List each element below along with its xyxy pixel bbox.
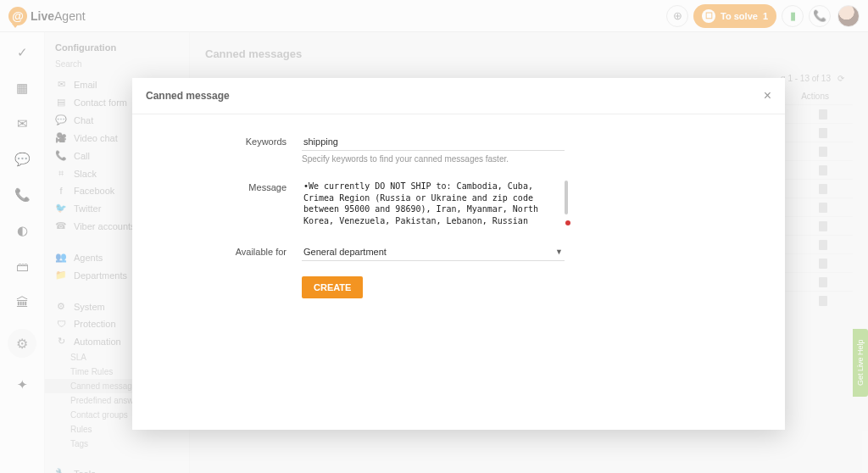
close-icon[interactable]: ×: [764, 88, 771, 103]
available-for-label: Available for: [217, 243, 302, 257]
available-for-select[interactable]: General department ▼: [302, 243, 565, 261]
message-label: Message: [217, 179, 302, 192]
canned-message-modal: Canned message × Keywords Specify keywor…: [132, 78, 785, 430]
textarea-scrollbar[interactable]: [565, 181, 568, 214]
modal-title: Canned message: [146, 90, 230, 102]
keywords-help: Specify keywords to find your canned mes…: [302, 154, 565, 164]
chevron-down-icon: ▼: [555, 248, 563, 256]
resize-handle-icon[interactable]: [565, 220, 570, 225]
available-for-value: General department: [303, 247, 387, 257]
keywords-input[interactable]: [302, 133, 565, 151]
message-textarea[interactable]: [302, 179, 565, 226]
create-button[interactable]: CREATE: [302, 276, 363, 298]
keywords-label: Keywords: [217, 133, 302, 147]
